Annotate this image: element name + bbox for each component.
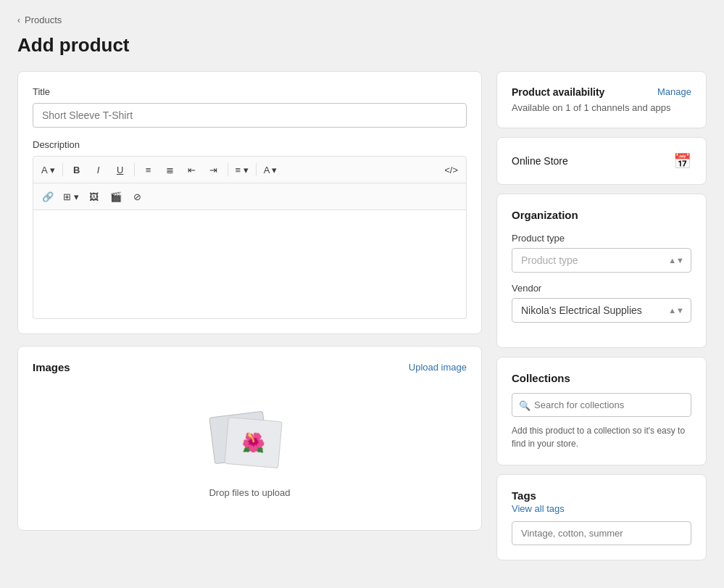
search-icon: 🔍 <box>519 399 530 410</box>
availability-card: Product availability Manage Available on… <box>496 71 707 128</box>
product-type-label: Product type <box>512 233 691 244</box>
images-header: Images Upload image <box>33 361 467 373</box>
calendar-icon[interactable]: 📅 <box>673 152 691 170</box>
outdent-button[interactable]: ⇤ <box>182 160 202 180</box>
vendor-select-wrapper: Nikola's Electrical Supplies ▲▼ <box>512 298 691 323</box>
breadcrumb-products-link[interactable]: Products <box>25 15 62 25</box>
link-button[interactable]: 🔗 <box>38 186 58 207</box>
clear-format-button[interactable]: ⊘ <box>128 186 148 207</box>
drop-icon: 🌺 <box>210 410 290 476</box>
toolbar-sep-2 <box>134 163 135 176</box>
drop-zone[interactable]: 🌺 Drop files to upload <box>33 385 467 515</box>
page-container: ‹ Products Add product Title Description… <box>0 0 724 588</box>
toolbar-sep-3 <box>228 163 228 176</box>
availability-title: Product availability <box>512 86 604 98</box>
toolbar-row-1: A ▾ B I U ≡ ≣ ⇤ ⇥ ≡ ▾ A ▾ <box>33 157 466 183</box>
availability-subtitle: Available on 1 of 1 channels and apps <box>512 102 691 113</box>
editor-toolbar: A ▾ B I U ≡ ≣ ⇤ ⇥ ≡ ▾ A ▾ <box>33 156 467 210</box>
title-input[interactable] <box>33 103 467 128</box>
breadcrumb[interactable]: ‹ Products <box>17 15 707 25</box>
layout: Title Description A ▾ B I U ≡ ≣ ⇤ <box>17 71 707 560</box>
toolbar-sep-4 <box>256 163 257 176</box>
tags-title: Tags <box>512 489 691 502</box>
video-button[interactable]: 🎬 <box>106 186 126 207</box>
images-title: Images <box>33 361 70 373</box>
bold-button[interactable]: B <box>67 160 87 180</box>
drop-files-text: Drop files to upload <box>209 487 290 498</box>
availability-header: Product availability Manage <box>512 86 691 98</box>
table-button[interactable]: ⊞ ▾ <box>59 186 83 207</box>
font-button[interactable]: A ▾ <box>38 160 59 180</box>
online-store-card: Online Store 📅 <box>496 137 707 185</box>
image-button[interactable]: 🖼 <box>84 186 104 207</box>
tags-input[interactable] <box>512 521 691 545</box>
view-all-tags-button[interactable]: View all tags <box>512 503 565 514</box>
source-button[interactable]: </> <box>441 160 462 180</box>
description-label: Description <box>33 139 467 150</box>
collections-hint: Add this product to a collection so it's… <box>512 424 691 450</box>
align-button[interactable]: ≡ ▾ <box>232 160 252 180</box>
manage-button[interactable]: Manage <box>657 86 691 97</box>
product-type-select-wrapper: Product type ▲▼ <box>512 248 691 273</box>
title-label: Title <box>33 86 467 97</box>
bullet-list-button[interactable]: ≡ <box>138 160 159 180</box>
underline-button[interactable]: U <box>110 160 130 180</box>
side-column: Product availability Manage Available on… <box>496 71 707 560</box>
tags-card: Tags View all tags <box>496 474 707 560</box>
product-details-card: Title Description A ▾ B I U ≡ ≣ ⇤ <box>17 71 482 334</box>
product-type-select[interactable]: Product type <box>512 248 691 273</box>
product-type-field: Product type Product type ▲▼ <box>512 233 691 273</box>
collections-title: Collections <box>512 372 691 384</box>
upload-image-button[interactable]: Upload image <box>409 362 467 373</box>
photo-front: 🌺 <box>224 416 282 468</box>
main-column: Title Description A ▾ B I U ≡ ≣ ⇤ <box>17 71 482 531</box>
editor-area[interactable] <box>33 210 467 319</box>
text-color-button[interactable]: A ▾ <box>260 160 281 180</box>
organization-card: Organization Product type Product type ▲… <box>496 194 707 348</box>
ordered-list-button[interactable]: ≣ <box>160 160 180 180</box>
organization-title: Organization <box>512 209 691 221</box>
collections-card: Collections 🔍 Add this product to a coll… <box>496 357 707 465</box>
online-store-title: Online Store <box>512 155 568 167</box>
vendor-select[interactable]: Nikola's Electrical Supplies <box>512 298 691 323</box>
vendor-label: Vendor <box>512 283 691 294</box>
collections-search-input[interactable] <box>512 393 691 417</box>
toolbar-row-2: 🔗 ⊞ ▾ 🖼 🎬 ⊘ <box>33 183 466 210</box>
images-card: Images Upload image 🌺 Drop files to uplo… <box>17 346 482 531</box>
vendor-field: Vendor Nikola's Electrical Supplies ▲▼ <box>512 283 691 323</box>
toolbar-sep-1 <box>62 163 63 176</box>
indent-button[interactable]: ⇥ <box>204 160 224 180</box>
collections-search-wrapper: 🔍 <box>512 393 691 417</box>
page-title: Add product <box>17 34 707 57</box>
back-chevron-icon: ‹ <box>17 15 20 25</box>
italic-button[interactable]: I <box>88 160 109 180</box>
